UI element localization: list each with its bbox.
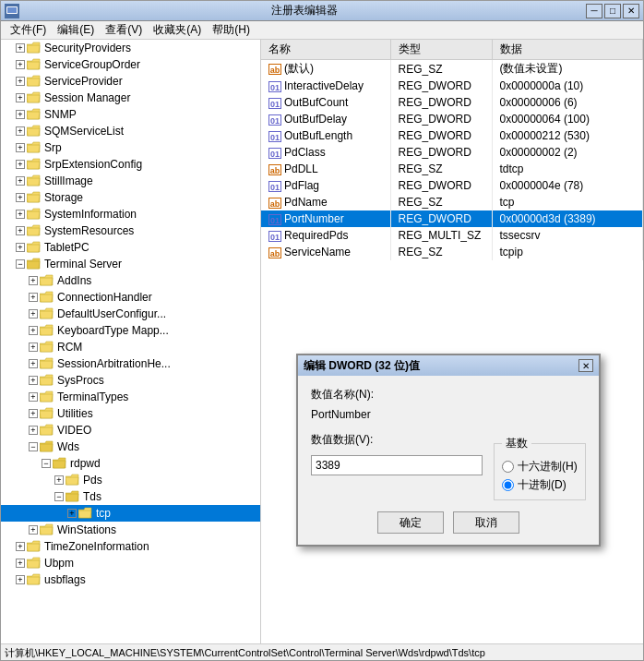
value-data-label: 数值数据(V): — [311, 432, 483, 448]
dialog-right-section: 基数 十六进制(H) 十进制(D) — [494, 432, 586, 500]
dialog-buttons: 确定 取消 — [311, 511, 586, 534]
decimal-radio[interactable] — [502, 479, 514, 491]
dialog-input-row: 数值数据(V): 基数 十六进制(H) — [311, 432, 586, 500]
menu-file[interactable]: 文件(F) — [5, 20, 52, 40]
dialog-overlay: 编辑 DWORD (32 位)值 ✕ 数值名称(N): PortNumber 数… — [1, 40, 643, 643]
minimize-button[interactable]: ─ — [586, 4, 602, 18]
svg-rect-2 — [7, 7, 17, 13]
ok-button[interactable]: 确定 — [377, 511, 444, 534]
dialog-title-text: 编辑 DWORD (32 位)值 — [304, 358, 578, 374]
hex-label: 十六进制(H) — [518, 459, 578, 475]
menu-bar: 文件(F) 编辑(E) 查看(V) 收藏夹(A) 帮助(H) — [1, 21, 643, 40]
hex-radio[interactable] — [502, 461, 514, 473]
edit-dword-dialog: 编辑 DWORD (32 位)值 ✕ 数值名称(N): PortNumber 数… — [296, 354, 601, 547]
dialog-body: 数值名称(N): PortNumber 数值数据(V): 基数 — [298, 376, 599, 545]
menu-help[interactable]: 帮助(H) — [207, 20, 256, 40]
status-bar: 计算机\HKEY_LOCAL_MACHINE\SYSTEM\CurrentCon… — [1, 643, 643, 660]
menu-edit[interactable]: 编辑(E) — [52, 20, 100, 40]
dialog-title-bar: 编辑 DWORD (32 位)值 ✕ — [298, 355, 599, 376]
base-legend: 基数 — [502, 436, 531, 451]
title-bar-controls: ─ □ ✕ — [586, 4, 639, 18]
main-content: + SecurityProviders+ ServiceGroupOrder+ … — [1, 40, 643, 643]
value-name-display: PortNumber — [311, 406, 586, 423]
menu-favorites[interactable]: 收藏夹(A) — [148, 20, 207, 40]
app-icon — [5, 4, 19, 18]
dialog-close-button[interactable]: ✕ — [578, 359, 593, 372]
cancel-button[interactable]: 取消 — [453, 511, 519, 534]
hex-radio-item[interactable]: 十六进制(H) — [502, 457, 578, 475]
base-radio-group: 基数 十六进制(H) 十进制(D) — [494, 436, 586, 500]
decimal-label: 十进制(D) — [518, 477, 566, 493]
title-bar: 注册表编辑器 ─ □ ✕ — [1, 1, 643, 21]
status-text: 计算机\HKEY_LOCAL_MACHINE\SYSTEM\CurrentCon… — [5, 647, 485, 658]
title-bar-text: 注册表编辑器 — [23, 3, 586, 18]
value-data-input[interactable] — [311, 455, 483, 475]
dialog-left-section: 数值数据(V): — [311, 432, 483, 500]
menu-view[interactable]: 查看(V) — [100, 20, 148, 40]
value-name-label: 数值名称(N): — [311, 387, 586, 403]
maximize-button[interactable]: □ — [604, 4, 621, 18]
main-window: 注册表编辑器 ─ □ ✕ 文件(F) 编辑(E) 查看(V) 收藏夹(A) 帮助… — [0, 0, 644, 661]
close-button[interactable]: ✕ — [623, 4, 639, 18]
decimal-radio-item[interactable]: 十进制(D) — [502, 475, 578, 494]
